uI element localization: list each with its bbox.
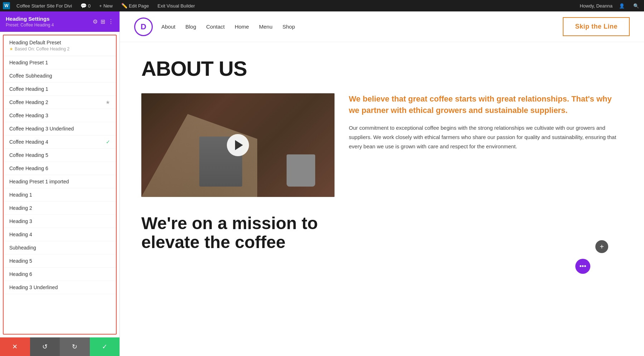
default-preset-name: Heading Default Preset xyxy=(9,40,110,45)
preset-item-label: Coffee Heading 3 Underlined xyxy=(9,126,74,132)
preset-list: Heading Preset 1Coffee SubheadingCoffee … xyxy=(4,56,116,294)
mission-title: We're on a mission to elevate the coffee xyxy=(141,214,320,252)
preset-check-icon: ✓ xyxy=(106,139,110,145)
preset-item-label: Heading 2 xyxy=(9,205,32,211)
save-button[interactable]: ✓ xyxy=(90,337,120,356)
preset-item[interactable]: Coffee Heading 5 xyxy=(4,149,116,162)
preset-item[interactable]: Coffee Heading 2★ xyxy=(4,96,116,109)
bottom-toolbar: ✕ ↺ ↻ ✓ xyxy=(0,337,119,356)
preset-item[interactable]: Coffee Heading 3 Underlined xyxy=(4,122,116,135)
preset-item-label: Heading 1 xyxy=(9,192,32,198)
preset-item[interactable]: Coffee Heading 3 xyxy=(4,109,116,122)
site-nav: D About Blog Contact Home Menu Shop Skip… xyxy=(120,11,644,42)
body-text: Our commitment to exceptional coffee beg… xyxy=(349,123,623,152)
preset-item-label: Heading 6 xyxy=(9,271,32,277)
content-body: ABOUT US We believe that great coffee st… xyxy=(120,42,644,266)
nav-right: Skip the Line xyxy=(563,17,630,36)
admin-howdy: Howdy, Deanna xyxy=(580,3,613,9)
admin-search[interactable]: 🔍 xyxy=(631,0,641,11)
undo-icon: ↺ xyxy=(42,343,48,351)
preset-item-label: Coffee Heading 1 xyxy=(9,86,48,92)
nav-links: About Blog Contact Home Menu Shop xyxy=(161,24,295,30)
mission-section: We're on a mission to elevate the coffee xyxy=(141,214,623,252)
preset-item-label: Coffee Heading 4 xyxy=(9,139,48,145)
video-play-button[interactable] xyxy=(227,134,249,156)
preset-item[interactable]: Heading 3 xyxy=(4,215,116,228)
nav-shop[interactable]: Shop xyxy=(282,24,295,30)
fab-dots-button[interactable]: ••• xyxy=(575,259,590,274)
left-panel: Heading Settings Preset: Coffee Heading … xyxy=(0,11,120,356)
default-preset-item[interactable]: Heading Default Preset ★ Based On: Coffe… xyxy=(4,35,116,56)
preset-item-label: Heading 3 Underlined xyxy=(9,285,58,290)
nav-home[interactable]: Home xyxy=(235,24,249,30)
nav-blog[interactable]: Blog xyxy=(185,24,196,30)
admin-avatar[interactable]: 👤 xyxy=(617,0,627,11)
panel-subtitle[interactable]: Preset: Coffee Heading 4 xyxy=(6,23,54,28)
undo-button[interactable]: ↺ xyxy=(30,337,60,356)
video-container[interactable] xyxy=(141,93,335,197)
nav-contact[interactable]: Contact xyxy=(206,24,225,30)
preset-item-label: Coffee Heading 5 xyxy=(9,152,48,158)
preset-item-label: Heading Preset 1 xyxy=(9,60,48,65)
panel-header: Heading Settings Preset: Coffee Heading … xyxy=(0,11,119,32)
preset-item[interactable]: Heading 1 xyxy=(4,188,116,202)
cancel-icon: ✕ xyxy=(12,343,18,351)
preset-item[interactable]: Coffee Heading 1 xyxy=(4,83,116,96)
panel-icon-layout[interactable]: ⊞ xyxy=(101,18,105,25)
panel-icon-more[interactable]: ⋮ xyxy=(108,18,114,25)
skip-line-button[interactable]: Skip the Line xyxy=(563,17,630,36)
fab-plus-button[interactable]: + xyxy=(595,240,608,253)
preset-star-icon: ★ xyxy=(106,99,110,105)
admin-comments[interactable]: 💬 0 xyxy=(78,0,93,11)
preset-item-label: Coffee Subheading xyxy=(9,73,52,79)
preset-item[interactable]: Coffee Heading 6 xyxy=(4,162,116,175)
preset-item-label: Heading 3 xyxy=(9,218,32,224)
preset-item[interactable]: Heading 5 xyxy=(4,254,116,268)
preset-item[interactable]: Heading 6 xyxy=(4,268,116,281)
based-on-label: ★ Based On: Coffee Heading 2 xyxy=(9,46,110,51)
redo-icon: ↻ xyxy=(72,343,77,351)
preset-item-label: Heading 4 xyxy=(9,232,32,237)
preset-item-label: Coffee Heading 3 xyxy=(9,113,48,118)
content-area: D About Blog Contact Home Menu Shop Skip… xyxy=(120,11,644,356)
preset-list-container: Heading Default Preset ★ Based On: Coffe… xyxy=(3,35,117,335)
preset-item[interactable]: Heading 3 Underlined xyxy=(4,281,116,294)
admin-exit-builder[interactable]: Exit Visual Builder xyxy=(155,0,197,11)
based-on-star-icon: ★ xyxy=(9,46,13,51)
wp-admin-bar: W Coffee Starter Site For Divi 💬 0 + New… xyxy=(0,0,644,11)
panel-icon-settings[interactable]: ⚙ xyxy=(93,18,98,25)
preset-item-label: Subheading xyxy=(9,245,36,251)
preset-item[interactable]: Heading 2 xyxy=(4,202,116,215)
two-column-section: We believe that great coffee starts with… xyxy=(141,93,623,197)
wp-logo[interactable]: W xyxy=(3,2,10,9)
preset-item[interactable]: Subheading xyxy=(4,241,116,254)
save-icon: ✓ xyxy=(102,343,107,351)
site-logo[interactable]: D xyxy=(134,18,153,36)
highlight-text: We believe that great coffee starts with… xyxy=(349,93,623,116)
preset-item[interactable]: Coffee Subheading xyxy=(4,69,116,83)
video-cup-visual xyxy=(287,154,315,187)
preset-item[interactable]: Coffee Heading 4✓ xyxy=(4,135,116,149)
nav-menu[interactable]: Menu xyxy=(259,24,273,30)
preset-item-label: Heading Preset 1 imported xyxy=(9,179,69,184)
cancel-button[interactable]: ✕ xyxy=(0,337,30,356)
about-us-title: ABOUT US xyxy=(141,56,623,80)
text-column: We believe that great coffee starts with… xyxy=(349,93,623,152)
preset-item[interactable]: Heading Preset 1 imported xyxy=(4,175,116,188)
admin-site-name[interactable]: Coffee Starter Site For Divi xyxy=(14,0,74,11)
preset-item-label: Coffee Heading 6 xyxy=(9,165,48,171)
panel-header-icons: ⚙ ⊞ ⋮ xyxy=(93,18,114,25)
admin-new[interactable]: + New xyxy=(97,0,115,11)
preset-item[interactable]: Heading Preset 1 xyxy=(4,56,116,69)
preset-item[interactable]: Heading 4 xyxy=(4,228,116,241)
admin-edit-page[interactable]: ✏️ Edit Page xyxy=(119,0,151,11)
redo-button[interactable]: ↻ xyxy=(60,337,90,356)
preset-item-label: Coffee Heading 2 xyxy=(9,99,48,105)
preset-item-label: Heading 5 xyxy=(9,258,32,264)
panel-title: Heading Settings xyxy=(6,16,54,22)
nav-about[interactable]: About xyxy=(161,24,175,30)
